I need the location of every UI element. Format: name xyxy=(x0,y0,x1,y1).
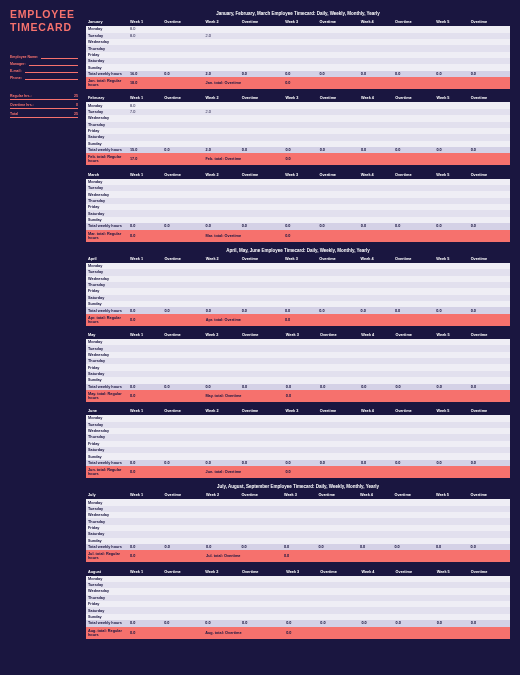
column-header: Overtime xyxy=(162,19,203,26)
column-header: Week 5 xyxy=(434,171,468,178)
timecard-table: JanuaryWeek 1OvertimeWeek 2OvertimeWeek … xyxy=(86,19,510,89)
column-header: Week 4 xyxy=(359,568,393,575)
column-header: Week 2 xyxy=(204,19,240,26)
month-block: FebruaryWeek 1OvertimeWeek 2OvertimeWeek… xyxy=(86,95,510,165)
column-header: Overtime xyxy=(240,568,284,575)
summary-row: Total25 xyxy=(10,112,78,118)
column-header: Week 2 xyxy=(203,568,240,575)
month-total-reg-value: 0.0 xyxy=(128,627,162,639)
month-name: April xyxy=(86,256,128,263)
column-header: Overtime xyxy=(317,256,358,263)
column-header: Overtime xyxy=(318,408,359,415)
month-total-ot-label: Jan. total: Overtime xyxy=(204,77,284,89)
month-total-row: Jul. total: Regular hours0.0Jul. total: … xyxy=(86,550,510,562)
column-header: Overtime xyxy=(393,95,434,102)
meta-input-line[interactable] xyxy=(29,63,78,66)
column-header: Overtime xyxy=(239,492,282,499)
month-total-row: Jan. total: Regular hours18.0Jan. total:… xyxy=(86,77,510,89)
meta-label: E-mail: xyxy=(10,69,22,73)
month-name: June xyxy=(86,408,128,415)
meta-input-line[interactable] xyxy=(41,56,78,59)
month-total-reg-label: Aug. total: Regular hours xyxy=(86,627,128,639)
month-total-reg-label: May. total: Regular hours xyxy=(86,390,128,402)
summary-row: Regular hrs.:25 xyxy=(10,94,78,100)
column-header: Week 3 xyxy=(283,19,317,26)
section-header: July, August, September Employee Timecar… xyxy=(86,484,510,489)
timecard-table: AprilWeek 1OvertimeWeek 2OvertimeWeek 3O… xyxy=(86,256,510,326)
column-header: Overtime xyxy=(393,332,434,339)
summary-value: 25 xyxy=(74,94,78,98)
column-header: Week 3 xyxy=(283,408,317,415)
timecard-table: JulyWeek 1OvertimeWeek 2OvertimeWeek 3Ov… xyxy=(86,492,510,562)
column-header: Week 2 xyxy=(204,95,240,102)
column-header: Week 4 xyxy=(359,332,393,339)
column-header: Week 5 xyxy=(434,408,468,415)
month-total-ot-value: 0.0 xyxy=(282,550,317,562)
month-total-row: May. total: Regular hours0.0May. total: … xyxy=(86,390,510,402)
month-name: August xyxy=(86,568,128,575)
column-header: Week 4 xyxy=(358,492,393,499)
column-header: Week 1 xyxy=(128,19,162,26)
column-header: Week 2 xyxy=(204,171,240,178)
month-block: MarchWeek 1OvertimeWeek 2OvertimeWeek 3O… xyxy=(86,171,510,241)
month-name: July xyxy=(86,492,128,499)
month-total-ot-value: 0.0 xyxy=(284,390,318,402)
hours-summary: Regular hrs.:25Overtime hrs.:0Total25 xyxy=(10,94,78,118)
timecard-table: AugustWeek 1OvertimeWeek 2OvertimeWeek 3… xyxy=(86,568,510,638)
column-header: Week 1 xyxy=(128,256,162,263)
column-header: Overtime xyxy=(318,95,359,102)
column-header: Overtime xyxy=(240,256,283,263)
column-header: Overtime xyxy=(393,171,434,178)
column-header: Overtime xyxy=(317,19,358,26)
section-header: April, May, June Employee Timecard: Dail… xyxy=(86,248,510,253)
column-header: Overtime xyxy=(240,332,284,339)
column-header: Week 5 xyxy=(434,256,468,263)
month-total-row: Mar. total: Regular hours0.0Mar. total: … xyxy=(86,230,510,242)
column-header: Week 1 xyxy=(128,95,162,102)
meta-row: Manager: xyxy=(10,62,78,66)
meta-input-line[interactable] xyxy=(25,70,78,73)
month-total-row: Jun. total: Regular hours0.0Jun. total: … xyxy=(86,466,510,478)
column-header: Week 3 xyxy=(283,95,317,102)
month-total-ot-label: Aug. total: Overtime xyxy=(203,627,284,639)
month-total-ot-label: May. total: Overtime xyxy=(203,390,283,402)
sidebar: EMPLOYEE TIMECARD Employee Name:Manager:… xyxy=(10,8,78,645)
column-header: Week 3 xyxy=(283,171,317,178)
month-total-reg-label: Apr. total: Regular hours xyxy=(86,314,128,326)
column-header: Overtime xyxy=(318,568,359,575)
column-header: Overtime xyxy=(316,492,358,499)
month-total-ot-label: Mar. total: Overtime xyxy=(204,230,284,242)
column-header: Week 1 xyxy=(128,492,163,499)
column-header: Overtime xyxy=(240,408,284,415)
timecard-table: MayWeek 1OvertimeWeek 2OvertimeWeek 3Ove… xyxy=(86,332,510,402)
meta-label: Employee Name: xyxy=(10,55,38,59)
timecard-table: FebruaryWeek 1OvertimeWeek 2OvertimeWeek… xyxy=(86,95,510,165)
meta-input-line[interactable] xyxy=(25,77,78,80)
month-total-ot-label: Apr. total: Overtime xyxy=(204,314,283,326)
column-header: Week 4 xyxy=(359,95,393,102)
column-header: Week 2 xyxy=(204,256,240,263)
column-header: Week 1 xyxy=(128,332,162,339)
month-total-reg-value: 0.0 xyxy=(128,390,162,402)
meta-row: Phone: xyxy=(10,76,78,80)
month-block: MayWeek 1OvertimeWeek 2OvertimeWeek 3Ove… xyxy=(86,332,510,402)
column-header: Week 2 xyxy=(203,332,240,339)
month-total-ot-value: 0.0 xyxy=(283,314,317,326)
month-block: AprilWeek 1OvertimeWeek 2OvertimeWeek 3O… xyxy=(86,256,510,326)
month-total-ot-label: Jun. total: Overtime xyxy=(204,466,284,478)
column-header: Overtime xyxy=(469,408,510,415)
summary-value: 0 xyxy=(76,103,78,107)
month-total-reg-label: Feb. total: Regular hours xyxy=(86,153,128,165)
month-total-reg-label: Jul. total: Regular hours xyxy=(86,550,128,562)
column-header: Overtime xyxy=(469,171,510,178)
column-header: Overtime xyxy=(469,256,510,263)
month-total-ot-value: 0.0 xyxy=(283,153,317,165)
summary-label: Regular hrs.: xyxy=(10,94,32,98)
column-header: Week 3 xyxy=(284,568,318,575)
column-header: Overtime xyxy=(393,408,434,415)
month-total-row: Feb. total: Regular hours17.0Feb. total:… xyxy=(86,153,510,165)
column-header: Overtime xyxy=(318,332,359,339)
column-header: Overtime xyxy=(162,568,203,575)
month-total-row: Aug. total: Regular hours0.0Aug. total: … xyxy=(86,627,510,639)
column-header: Overtime xyxy=(162,408,203,415)
